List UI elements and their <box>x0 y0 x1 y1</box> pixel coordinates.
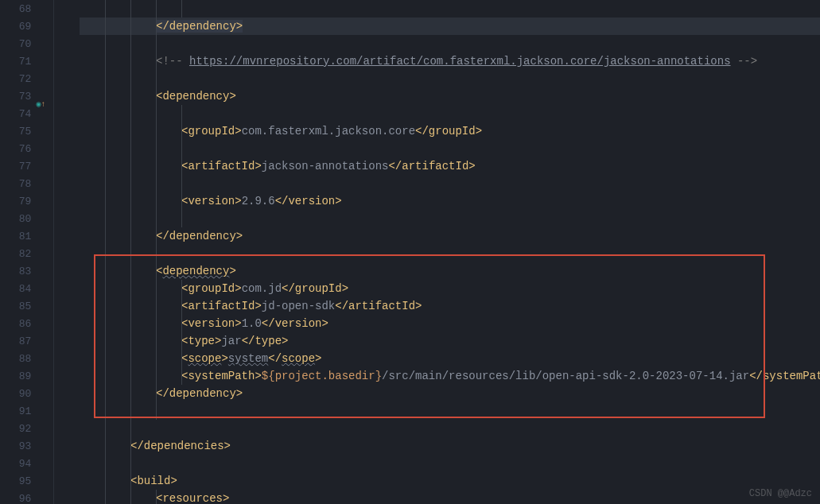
gutter-row[interactable]: 73◉↑ <box>0 87 53 105</box>
code-line[interactable]: <build> <box>80 472 820 490</box>
line-number: 70 <box>0 38 34 50</box>
code-line[interactable]: <dependency> <box>80 262 820 280</box>
xml-text: jd-open-sdk <box>262 300 335 312</box>
code-line[interactable]: <!-- https://mvnrepository.com/artifact/… <box>80 52 820 70</box>
code-line[interactable]: <resources> <box>80 490 820 504</box>
code-line[interactable]: <type>jar</type> <box>80 332 820 350</box>
xml-tag: <groupId> <box>181 125 242 138</box>
gutter-row[interactable]: 95 <box>0 472 53 490</box>
gutter-row[interactable]: 84 <box>0 280 53 297</box>
code-line[interactable]: <systemPath>${project.basedir}/src/main/… <box>80 367 820 385</box>
line-number: 77 <box>0 161 34 173</box>
gutter-row[interactable]: 82 <box>0 245 53 262</box>
gutter-row[interactable]: 86 <box>0 315 53 332</box>
line-number: 81 <box>0 231 34 242</box>
code-line[interactable] <box>80 175 820 192</box>
line-number: 87 <box>0 335 34 347</box>
line-number: 84 <box>0 283 34 295</box>
code-line[interactable] <box>80 35 820 52</box>
gutter-row[interactable]: 80 <box>0 210 53 227</box>
code-line[interactable] <box>80 402 820 420</box>
gutter-row[interactable]: 70 <box>0 35 53 52</box>
code-line[interactable]: <artifactId>jackson-annotations</artifac… <box>80 157 820 175</box>
code-line[interactable] <box>80 210 820 227</box>
gutter-row[interactable]: 69 <box>0 17 53 35</box>
line-number: 92 <box>0 423 34 435</box>
xml-tag: <systemPath> <box>181 370 262 382</box>
gutter-row[interactable]: 71 <box>0 52 53 70</box>
code-line[interactable] <box>80 140 820 157</box>
xml-tag: <groupId> <box>181 282 242 295</box>
xml-comment: <!-- <box>156 55 189 68</box>
variable-reference: ${project.basedir} <box>262 370 382 382</box>
code-line[interactable] <box>80 420 820 437</box>
line-number: 68 <box>0 3 34 15</box>
gutter-row[interactable]: 90 <box>0 385 53 402</box>
code-line[interactable] <box>80 0 820 17</box>
line-number: 95 <box>0 475 34 487</box>
xml-text: com.fasterxml.jackson.core <box>242 125 415 138</box>
xml-tag: </dependency> <box>156 230 243 242</box>
xml-tag: <version> <box>181 195 242 207</box>
gutter-row[interactable]: 85 <box>0 297 53 315</box>
xml-tag: > <box>229 265 235 277</box>
gutter-row[interactable]: 89 <box>0 367 53 385</box>
xml-tag: </groupId> <box>282 282 348 295</box>
gutter-row[interactable]: 77 <box>0 157 53 175</box>
code-line[interactable] <box>80 245 820 262</box>
gutter-row[interactable]: 96 <box>0 490 53 504</box>
xml-tag: </type> <box>242 335 289 347</box>
line-number: 80 <box>0 213 34 225</box>
code-line[interactable]: <dependency> <box>80 87 820 105</box>
xml-comment: --> <box>731 55 758 68</box>
code-line[interactable]: <groupId>com.jd</groupId> <box>80 280 820 297</box>
line-number-gutter: 686970717273◉↑74757677787980818283848586… <box>0 0 54 504</box>
line-number: 89 <box>0 370 34 382</box>
code-line[interactable]: <scope>system</scope> <box>80 350 820 367</box>
gutter-row[interactable]: 93 <box>0 437 53 455</box>
line-number: 94 <box>0 458 34 470</box>
xml-tag: </artifactId> <box>335 300 422 312</box>
gutter-row[interactable]: 74 <box>0 105 53 122</box>
code-line[interactable]: <artifactId>jd-open-sdk</artifactId> <box>80 297 820 315</box>
xml-text: /src/main/resources/lib/open-api-sdk-2.0… <box>382 370 749 382</box>
gutter-row[interactable]: 92 <box>0 420 53 437</box>
code-line[interactable]: </dependency> <box>80 17 820 35</box>
gutter-row[interactable]: 72 <box>0 70 53 87</box>
line-number: 96 <box>0 493 34 505</box>
gutter-row[interactable]: 75 <box>0 122 53 140</box>
gutter-row[interactable]: 78 <box>0 175 53 192</box>
line-number: 74 <box>0 108 34 120</box>
line-number: 73 <box>0 91 34 103</box>
code-line[interactable]: <version>2.9.6</version> <box>80 192 820 210</box>
code-area[interactable]: </dependency><!-- https://mvnrepository.… <box>80 0 820 504</box>
xml-tag: <resources> <box>156 492 229 504</box>
gutter-row[interactable]: 88 <box>0 350 53 367</box>
xml-text: 1.0 <box>242 317 262 330</box>
gutter-row[interactable]: 76 <box>0 140 53 157</box>
xml-text: jar <box>221 335 241 347</box>
url-link[interactable]: https://mvnrepository.com/artifact/com.f… <box>189 55 731 68</box>
gutter-row[interactable]: 81 <box>0 227 53 245</box>
code-line[interactable]: </dependency> <box>80 227 820 245</box>
gutter-row[interactable]: 87 <box>0 332 53 350</box>
xml-tag: </ <box>268 352 282 365</box>
code-line[interactable]: </dependencies> <box>80 437 820 455</box>
code-line[interactable] <box>80 70 820 87</box>
watermark: CSDN @@Adzc <box>749 488 812 499</box>
xml-tag: </systemPath> <box>749 370 820 382</box>
xml-text-warning: system <box>228 352 268 365</box>
gutter-row[interactable]: 68 <box>0 0 53 17</box>
code-line[interactable]: <groupId>com.fasterxml.jackson.core</gro… <box>80 122 820 140</box>
line-number: 79 <box>0 196 34 207</box>
gutter-row[interactable]: 94 <box>0 455 53 472</box>
gutter-row[interactable]: 83 <box>0 262 53 280</box>
gutter-row[interactable]: 79 <box>0 192 53 210</box>
code-line[interactable]: </dependency> <box>80 385 820 402</box>
xml-tag: > <box>221 352 227 365</box>
code-line[interactable] <box>80 455 820 472</box>
code-line[interactable] <box>80 105 820 122</box>
gutter-row[interactable]: 91 <box>0 402 53 420</box>
line-number: 90 <box>0 388 34 400</box>
code-line[interactable]: <version>1.0</version> <box>80 315 820 332</box>
